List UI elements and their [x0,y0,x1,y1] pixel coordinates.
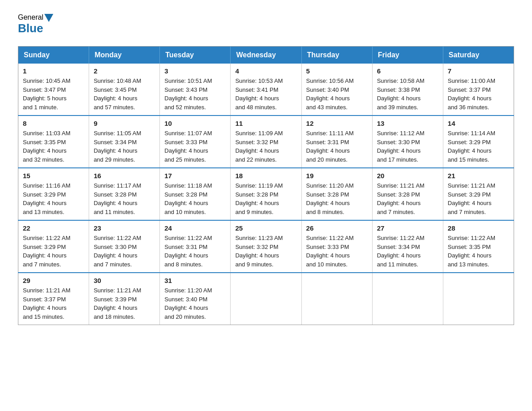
calendar-cell: 24Sunrise: 11:22 AMSunset: 3:31 PMDaylig… [160,220,231,273]
calendar-week-row: 29Sunrise: 11:21 AMSunset: 3:37 PMDaylig… [18,273,514,325]
day-info: Sunrise: 11:11 AMSunset: 3:31 PMDaylight… [306,129,368,164]
calendar-cell: 21Sunrise: 11:21 AMSunset: 3:29 PMDaylig… [443,168,514,220]
calendar-day-header: Sunday [18,47,89,64]
day-number: 13 [377,120,438,127]
day-number: 30 [94,277,155,284]
calendar-cell: 1Sunrise: 10:45 AMSunset: 3:47 PMDayligh… [18,64,89,116]
day-number: 27 [377,224,438,232]
calendar-cell: 29Sunrise: 11:21 AMSunset: 3:37 PMDaylig… [18,273,89,325]
day-number: 28 [448,224,509,232]
calendar-week-row: 1Sunrise: 10:45 AMSunset: 3:47 PMDayligh… [18,64,514,116]
day-info: Sunrise: 10:48 AMSunset: 3:45 PMDaylight… [94,77,155,111]
calendar-day-header: Thursday [301,47,372,64]
day-info: Sunrise: 10:56 AMSunset: 3:40 PMDaylight… [306,77,368,111]
calendar-cell: 28Sunrise: 11:22 AMSunset: 3:35 PMDaylig… [443,220,514,273]
day-info: Sunrise: 10:45 AMSunset: 3:47 PMDaylight… [23,77,84,111]
calendar-cell [372,273,443,325]
day-number: 5 [306,67,368,75]
calendar-cell: 18Sunrise: 11:19 AMSunset: 3:28 PMDaylig… [231,168,301,220]
calendar-cell: 9Sunrise: 11:05 AMSunset: 3:34 PMDayligh… [89,116,160,168]
calendar-cell [231,273,301,325]
day-info: Sunrise: 11:03 AMSunset: 3:35 PMDaylight… [23,129,84,164]
calendar-cell: 22Sunrise: 11:22 AMSunset: 3:29 PMDaylig… [18,220,89,273]
day-info: Sunrise: 10:51 AMSunset: 3:43 PMDaylight… [164,77,226,111]
day-number: 14 [448,120,509,127]
calendar-cell: 27Sunrise: 11:22 AMSunset: 3:34 PMDaylig… [372,220,443,273]
calendar-day-header: Friday [372,47,443,64]
calendar-cell: 16Sunrise: 11:17 AMSunset: 3:28 PMDaylig… [89,168,160,220]
day-number: 25 [235,224,296,232]
day-number: 19 [306,172,368,180]
calendar-cell: 17Sunrise: 11:18 AMSunset: 3:28 PMDaylig… [160,168,231,220]
calendar-cell: 12Sunrise: 11:11 AMSunset: 3:31 PMDaylig… [301,116,372,168]
day-info: Sunrise: 11:20 AMSunset: 3:28 PMDaylight… [306,181,368,216]
day-number: 31 [164,277,226,284]
day-number: 8 [23,120,84,127]
calendar-cell: 5Sunrise: 10:56 AMSunset: 3:40 PMDayligh… [301,64,372,116]
calendar-cell [301,273,372,325]
calendar-cell: 20Sunrise: 11:21 AMSunset: 3:28 PMDaylig… [372,168,443,220]
day-info: Sunrise: 11:22 AMSunset: 3:34 PMDaylight… [377,234,438,269]
calendar-week-row: 15Sunrise: 11:16 AMSunset: 3:29 PMDaylig… [18,168,514,220]
day-info: Sunrise: 11:09 AMSunset: 3:32 PMDaylight… [235,129,296,164]
logo: General Blue [18,13,53,35]
day-number: 2 [94,67,155,75]
day-number: 22 [23,224,84,232]
day-info: Sunrise: 11:07 AMSunset: 3:33 PMDaylight… [164,129,226,164]
day-number: 24 [164,224,226,232]
calendar-cell: 6Sunrise: 10:58 AMSunset: 3:38 PMDayligh… [372,64,443,116]
day-number: 21 [448,172,509,180]
calendar-cell: 3Sunrise: 10:51 AMSunset: 3:43 PMDayligh… [160,64,231,116]
day-number: 9 [94,120,155,127]
day-info: Sunrise: 11:20 AMSunset: 3:40 PMDaylight… [164,286,226,321]
calendar-cell: 31Sunrise: 11:20 AMSunset: 3:40 PMDaylig… [160,273,231,325]
day-info: Sunrise: 11:19 AMSunset: 3:28 PMDaylight… [235,181,296,216]
day-info: Sunrise: 11:22 AMSunset: 3:33 PMDaylight… [306,234,368,269]
calendar-week-row: 22Sunrise: 11:22 AMSunset: 3:29 PMDaylig… [18,220,514,273]
day-number: 6 [377,67,438,75]
logo-blue-text: Blue [18,21,43,35]
day-info: Sunrise: 10:58 AMSunset: 3:38 PMDaylight… [377,77,438,111]
calendar-cell: 10Sunrise: 11:07 AMSunset: 3:33 PMDaylig… [160,116,231,168]
calendar-cell: 4Sunrise: 10:53 AMSunset: 3:41 PMDayligh… [231,64,301,116]
logo-general-text: General [18,13,43,21]
calendar-cell: 15Sunrise: 11:16 AMSunset: 3:29 PMDaylig… [18,168,89,220]
day-info: Sunrise: 11:22 AMSunset: 3:35 PMDaylight… [448,234,509,269]
logo-triangle-icon [44,14,53,22]
calendar-cell: 25Sunrise: 11:23 AMSunset: 3:32 PMDaylig… [231,220,301,273]
day-info: Sunrise: 11:05 AMSunset: 3:34 PMDaylight… [94,129,155,164]
calendar-header-row: SundayMondayTuesdayWednesdayThursdayFrid… [18,47,514,64]
calendar-cell: 14Sunrise: 11:14 AMSunset: 3:29 PMDaylig… [443,116,514,168]
day-number: 15 [23,172,84,180]
calendar-cell: 2Sunrise: 10:48 AMSunset: 3:45 PMDayligh… [89,64,160,116]
day-number: 29 [23,277,84,284]
day-info: Sunrise: 11:17 AMSunset: 3:28 PMDaylight… [94,181,155,216]
calendar-cell [443,273,514,325]
day-info: Sunrise: 11:22 AMSunset: 3:31 PMDaylight… [164,234,226,269]
page-header: General Blue [18,13,514,35]
calendar-cell: 11Sunrise: 11:09 AMSunset: 3:32 PMDaylig… [231,116,301,168]
calendar-cell: 13Sunrise: 11:12 AMSunset: 3:30 PMDaylig… [372,116,443,168]
day-info: Sunrise: 11:21 AMSunset: 3:37 PMDaylight… [23,286,84,321]
day-number: 17 [164,172,226,180]
calendar-cell: 7Sunrise: 11:00 AMSunset: 3:37 PMDayligh… [443,64,514,116]
day-number: 10 [164,120,226,127]
day-info: Sunrise: 11:12 AMSunset: 3:30 PMDaylight… [377,129,438,164]
day-info: Sunrise: 11:21 AMSunset: 3:39 PMDaylight… [94,286,155,321]
day-info: Sunrise: 11:21 AMSunset: 3:29 PMDaylight… [448,181,509,216]
day-number: 1 [23,67,84,75]
calendar-day-header: Tuesday [160,47,231,64]
day-number: 18 [235,172,296,180]
calendar-cell: 26Sunrise: 11:22 AMSunset: 3:33 PMDaylig… [301,220,372,273]
day-number: 4 [235,67,296,75]
day-number: 12 [306,120,368,127]
day-number: 26 [306,224,368,232]
day-info: Sunrise: 11:18 AMSunset: 3:28 PMDaylight… [164,181,226,216]
day-info: Sunrise: 11:00 AMSunset: 3:37 PMDaylight… [448,77,509,111]
day-number: 11 [235,120,296,127]
calendar-week-row: 8Sunrise: 11:03 AMSunset: 3:35 PMDayligh… [18,116,514,168]
day-info: Sunrise: 11:16 AMSunset: 3:29 PMDaylight… [23,181,84,216]
calendar-cell: 8Sunrise: 11:03 AMSunset: 3:35 PMDayligh… [18,116,89,168]
calendar-cell: 23Sunrise: 11:22 AMSunset: 3:30 PMDaylig… [89,220,160,273]
day-info: Sunrise: 11:21 AMSunset: 3:28 PMDaylight… [377,181,438,216]
